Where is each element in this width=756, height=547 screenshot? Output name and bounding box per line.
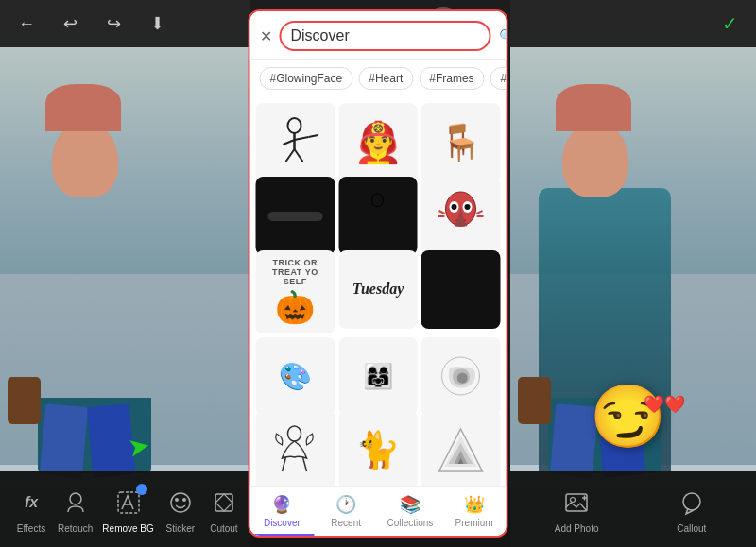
svg-rect-37 [215,494,232,511]
sticker-chair[interactable]: 🪑 [421,103,501,182]
discover-icon: 🔮 [271,494,292,515]
add-photo-icon [559,486,593,520]
collections-label: Collections [387,518,433,528]
collections-icon: 📚 [400,494,421,515]
svg-point-34 [171,493,190,512]
redo-button[interactable]: ↪ [98,9,129,39]
svg-point-13 [451,204,456,210]
tag-frames[interactable]: #Frames [419,67,484,90]
sticker-fairy[interactable] [421,250,501,330]
svg-point-31 [70,493,81,504]
retouch-icon [59,486,93,520]
sticker-angel[interactable] [256,410,335,486]
effects-icon: fx [14,486,48,520]
sticker-cupid[interactable] [338,177,418,256]
premium-icon: 👑 [464,494,485,515]
svg-point-43 [571,497,576,502]
panel-nav-premium[interactable]: 👑 Premium [442,487,507,536]
svg-point-35 [175,498,179,502]
svg-point-19 [455,266,466,278]
confirm-button[interactable]: ✓ [714,9,745,39]
svg-point-36 [182,498,186,502]
back-button[interactable]: ← [11,9,42,39]
tag-heart[interactable]: #Heart [358,67,413,90]
svg-line-20 [450,294,454,311]
sticker-cat[interactable]: 🐈 [338,410,418,486]
svg-rect-32 [118,492,139,513]
recent-icon: 🕐 [335,494,356,515]
svg-line-6 [309,135,318,137]
sticker-skull-mask[interactable] [421,177,501,256]
svg-point-46 [683,493,700,510]
retouch-tool[interactable]: Retouch [58,486,93,534]
svg-point-0 [288,118,301,133]
tag-glowingface[interactable]: #GlowingFace [260,67,353,90]
sticker-ink[interactable] [421,337,501,417]
recent-label: Recent [331,518,361,528]
svg-line-3 [295,137,309,140]
sticker-dark-bar[interactable] [256,177,335,256]
hearts-decoration: ❤️❤️ [644,394,685,415]
svg-point-23 [288,426,301,441]
remove-bg-label: Remove BG [102,523,153,534]
effects-label: Effects [17,523,45,534]
toolbar-left-group: ← ↩ ↪ ⬇ [11,9,172,39]
svg-point-14 [464,204,470,210]
svg-line-15 [438,211,444,214]
effects-tool[interactable]: fx Effects [14,486,48,534]
svg-line-24 [283,457,286,471]
tag-cupid[interactable]: #Cupid [490,67,507,90]
download-button[interactable]: ⬇ [142,9,172,39]
retouch-label: Retouch [58,523,93,534]
svg-line-5 [295,149,303,162]
sticker-colorful[interactable]: 🎨 [256,337,335,417]
search-input-wrapper [280,21,491,51]
panel-nav-discover[interactable]: 🔮 Discover [250,487,315,536]
svg-line-4 [286,149,295,162]
search-bar: ✕ 🔍 ✕ [250,11,507,60]
search-clear-button[interactable]: ✕ [260,27,272,45]
left-tools-group: fx Effects Retouch Remove B [0,486,255,534]
search-icon[interactable]: 🔍 [499,28,508,43]
svg-line-8 [365,222,369,235]
sticker-halloween[interactable]: TRICK OR TREAT YO SELF 🎃 [256,250,335,333]
add-photo-label: Add Photo [555,523,599,534]
sticker-label: Sticker [166,523,196,534]
sticker-tuesday[interactable]: Tuesday [338,250,418,330]
undo-button[interactable]: ↩ [55,9,85,39]
panel-nav-collections[interactable]: 📚 Collections [378,487,442,536]
svg-line-17 [476,211,482,214]
svg-line-2 [284,140,295,145]
cutout-label: Cutout [210,523,237,534]
toolbar-right-group: ✓ [714,9,745,39]
callout-label: Callout [677,523,706,534]
tags-row: #GlowingFace #Heart #Frames #Cupid [250,60,507,97]
panel-nav-recent[interactable]: 🕐 Recent [314,487,378,536]
svg-rect-42 [566,494,587,511]
panel-bottom-nav: 🔮 Discover 🕐 Recent 📚 Collections 👑 Prem… [250,486,507,536]
sticker-grid: 👨‍🚒 🪑 [250,97,507,486]
sticker-firefighter[interactable]: 👨‍🚒 [338,103,418,182]
svg-line-9 [386,222,389,235]
sticker-icon [163,486,198,520]
add-photo-tool[interactable]: Add Photo [555,486,599,534]
callout-icon [675,486,709,520]
callout-tool[interactable]: Callout [675,486,709,534]
background-left [0,0,250,547]
remove-bg-icon [112,486,146,520]
cutout-icon [207,486,241,520]
sticker-tool[interactable]: Sticker [163,486,198,534]
sticker-squad[interactable]: 👩‍👩‍👧 [338,337,418,417]
cutout-tool[interactable]: Cutout [207,486,241,534]
sticker-panel: ✕ 🔍 ✕ #GlowingFace #Heart #Frames #Cupid [249,9,508,538]
svg-point-7 [371,194,383,207]
sticker-fencer[interactable] [256,103,335,182]
discover-label: Discover [264,518,301,528]
remove-bg-tool[interactable]: Remove BG [102,486,153,534]
svg-line-21 [467,294,471,311]
search-input[interactable] [291,27,480,44]
remove-bg-badge [136,484,147,495]
sticker-triangle[interactable] [421,410,501,486]
wink-emoji-sticker: 😏 [590,381,666,453]
svg-line-25 [303,457,307,471]
